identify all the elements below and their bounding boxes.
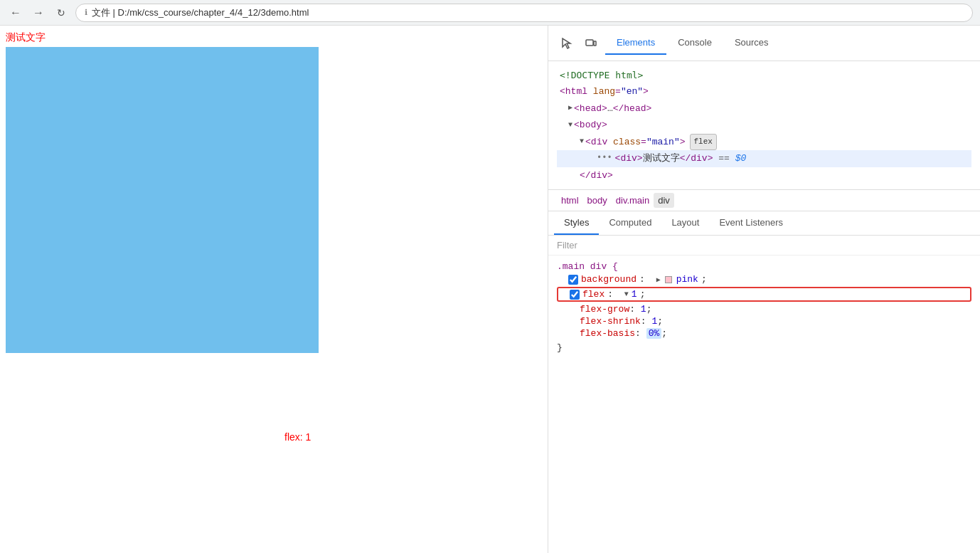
device-icon (585, 37, 597, 50)
breadcrumb-body[interactable]: body (583, 193, 612, 208)
address-text: 文件 | D:/mk/css_course/chapter_4/4_12/3de… (92, 6, 309, 19)
css-selector: .main div { (557, 261, 971, 272)
dom-doctype: <!DOCTYPE html> (557, 67, 971, 83)
preview-text: 测试文字 (6, 31, 542, 44)
main-content: 测试文字 flex: 1 Elemen (0, 26, 980, 553)
tab-computed[interactable]: Computed (599, 211, 661, 235)
tab-console[interactable]: Console (666, 31, 723, 55)
tab-sources[interactable]: Sources (723, 31, 780, 55)
browser-toolbar: ← → ↻ ℹ 文件 | D:/mk/css_course/chapter_4/… (0, 0, 980, 26)
cursor-tool-button[interactable] (557, 33, 577, 53)
forward-button[interactable]: → (30, 4, 47, 21)
flex-label: flex: 1 (284, 431, 311, 443)
expand-arrow-head[interactable]: ▶ (568, 102, 572, 115)
sub-flex-grow: flex-grow : 1 ; (557, 303, 971, 315)
css-background-property: background : ▶ pink ; (557, 273, 971, 285)
lock-icon: ℹ (85, 8, 87, 17)
svg-rect-0 (586, 40, 593, 46)
dots-button[interactable]: ••• (597, 151, 612, 167)
expand-arrow-div-main[interactable]: ▼ (580, 135, 584, 148)
filter-bar[interactable]: Filter (548, 236, 980, 256)
styles-panel-tabs: Styles Computed Layout Event Listeners (548, 211, 980, 236)
color-swatch[interactable] (665, 276, 672, 283)
breadcrumb-html[interactable]: html (557, 193, 583, 208)
address-bar[interactable]: ℹ 文件 | D:/mk/css_course/chapter_4/4_12/3… (75, 4, 973, 22)
css-close-brace: } (557, 342, 971, 353)
css-flex-property: flex : ▼ 1 ; (557, 287, 971, 302)
dom-head[interactable]: ▶ <head>…</head> (557, 100, 971, 117)
flex-value: 1 (632, 289, 637, 300)
dom-div-close[interactable]: </div> (557, 167, 971, 184)
devtools-toolbar: Elements Console Sources (548, 26, 980, 61)
expand-arrow-body[interactable]: ▼ (568, 119, 572, 132)
background-checkbox[interactable] (568, 275, 578, 285)
breadcrumb: html body div.main div (548, 190, 980, 211)
background-prop-name: background (581, 274, 637, 285)
background-expand-triangle[interactable]: ▶ (656, 275, 661, 284)
flex-checkbox[interactable] (570, 290, 580, 300)
refresh-button[interactable]: ↻ (53, 4, 70, 21)
dom-body[interactable]: ▼ <body> (557, 117, 971, 133)
tab-event-listeners[interactable]: Event Listeners (709, 211, 793, 235)
breadcrumb-div-main[interactable]: div.main (612, 193, 654, 208)
tab-elements[interactable]: Elements (605, 31, 666, 55)
devtools-main-tabs: Elements Console Sources (605, 31, 780, 55)
dom-tree: <!DOCTYPE html> <html lang="en"> ▶ <head… (548, 61, 980, 190)
cursor-icon (560, 37, 573, 50)
devtools-panel: Elements Console Sources <!DOCTYPE html>… (548, 26, 980, 553)
tab-layout[interactable]: Layout (661, 211, 709, 235)
back-button[interactable]: ← (7, 4, 24, 21)
dom-div-selected[interactable]: ••• <div>测试文字</div> == $0 (557, 150, 971, 167)
page-preview: 测试文字 flex: 1 (0, 26, 548, 553)
sub-flex-shrink: flex-shrink : 1 ; (557, 315, 971, 327)
selector-text: .main div { (557, 261, 618, 272)
preview-box (6, 47, 319, 353)
flex-prop-name: flex (582, 289, 604, 300)
dom-div-main[interactable]: ▼ <div class="main"> flex (557, 134, 971, 151)
browser-window: ← → ↻ ℹ 文件 | D:/mk/css_course/chapter_4/… (0, 0, 980, 553)
css-rules: .main div { background : ▶ pink ; flex (548, 256, 980, 553)
tab-styles[interactable]: Styles (554, 211, 599, 235)
flex-badge[interactable]: flex (690, 134, 717, 151)
sub-flex-basis: flex-basis : 0% ; (557, 327, 971, 339)
dom-html[interactable]: <html lang="en"> (557, 83, 971, 100)
flex-expand-triangle[interactable]: ▼ (624, 290, 629, 298)
svg-rect-1 (594, 41, 596, 46)
device-tool-button[interactable] (581, 33, 601, 53)
breadcrumb-div[interactable]: div (654, 193, 674, 208)
background-value: pink (676, 274, 698, 285)
